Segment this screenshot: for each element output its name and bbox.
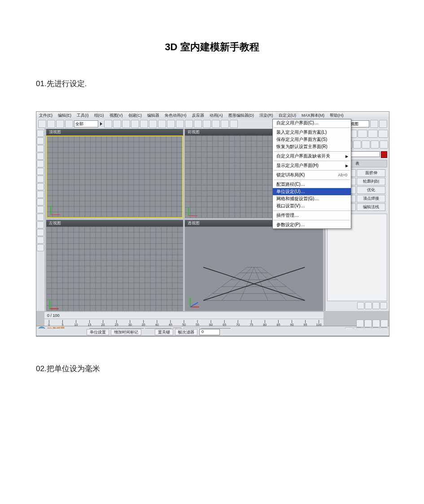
unlink-icon[interactable] <box>65 120 73 128</box>
viewport-perspective[interactable]: 透视图 <box>185 220 323 311</box>
menu-item[interactable]: 工具(I) <box>74 113 92 118</box>
redo-icon[interactable] <box>47 120 55 128</box>
menu-item[interactable]: 恢复为默认设置主界面(R) <box>273 143 351 150</box>
menu-item[interactable]: 自定义用户界面及缺省开关▶ <box>273 153 351 160</box>
tab-icon[interactable] <box>37 175 44 183</box>
helpers-icon[interactable] <box>362 140 370 149</box>
menu-item[interactable]: 网格和捕捉设置(G)… <box>273 195 351 202</box>
menu-item[interactable]: 参数设定(P)… <box>273 221 351 228</box>
spacewarps-icon[interactable] <box>371 140 379 149</box>
tab-icon[interactable] <box>37 153 44 160</box>
zoom-extents-all-icon[interactable] <box>380 320 388 327</box>
menu-item[interactable]: 视图(V) <box>107 113 126 118</box>
lock-icon[interactable] <box>380 302 387 309</box>
tab-icon[interactable] <box>37 214 44 221</box>
menu-item[interactable]: 文件(E) <box>36 113 55 118</box>
panel-footer-icons[interactable] <box>325 301 389 311</box>
selection-filter-dropdown[interactable]: 全部 <box>74 120 98 127</box>
current-frame-field[interactable]: 0 <box>199 329 220 335</box>
cursor-icon[interactable] <box>100 122 102 126</box>
tab-icon[interactable] <box>37 137 44 145</box>
set-key-button[interactable]: 置关键 <box>155 329 173 335</box>
motion-tab-icon[interactable] <box>358 130 367 138</box>
tab-icon[interactable] <box>37 198 44 206</box>
schematic-icon[interactable] <box>221 120 229 128</box>
mirror-icon[interactable] <box>185 120 193 128</box>
cameras-icon[interactable] <box>353 140 362 149</box>
menu-item[interactable]: 单位设定(U)… <box>273 188 351 195</box>
menu-item[interactable]: 视口设置(V)… <box>273 202 351 210</box>
help-icon[interactable] <box>372 302 380 309</box>
timeline-ruler[interactable]: 0510152025303540455055606570758085909510… <box>44 319 323 326</box>
menu-item[interactable]: 角色动画(H) <box>162 113 189 118</box>
display-tab-icon[interactable] <box>368 130 378 138</box>
menu-item[interactable]: 组(G) <box>92 113 107 118</box>
tab-icon[interactable] <box>37 145 44 152</box>
menu-item[interactable]: 装入定义用户界面方案(L) <box>273 129 351 136</box>
select-icon[interactable] <box>104 120 112 128</box>
select-name-icon[interactable] <box>113 120 121 128</box>
menu-item[interactable]: 自定义(U) <box>276 113 299 118</box>
tab-icon[interactable] <box>37 206 44 213</box>
align-icon[interactable] <box>194 120 202 128</box>
link-icon[interactable] <box>56 120 64 128</box>
menu-item[interactable]: 配置路径(C)… <box>273 181 351 188</box>
menu-bar[interactable]: 文件(E)编辑(E)工具(I)组(G)视图(V)创建(C)编辑器角色动画(H)反… <box>36 112 389 119</box>
rotate-icon[interactable] <box>140 120 148 128</box>
tab-icon[interactable] <box>37 221 44 228</box>
menu-item[interactable]: 编辑器 <box>144 113 162 118</box>
scale-icon[interactable] <box>149 120 157 128</box>
modifier-button[interactable]: 顶点焊接 <box>357 195 385 202</box>
menu-item[interactable]: 帮助(H) <box>327 113 346 118</box>
menu-item[interactable]: 自定义用户界面(C)… <box>273 119 351 127</box>
viewport-top[interactable]: 顶视图 <box>46 129 183 218</box>
curve-editor-icon[interactable] <box>212 120 220 128</box>
tab-icon[interactable] <box>37 191 44 198</box>
menu-item[interactable]: 图形编辑器(D) <box>226 113 257 118</box>
move-icon[interactable] <box>131 120 139 128</box>
menu-item[interactable]: 插件管理… <box>273 212 351 219</box>
modifier-button[interactable]: 轮廓列削 <box>357 178 385 185</box>
menu-item[interactable]: MAX脚本(M) <box>299 113 327 118</box>
menu-item[interactable]: 渲染(R) <box>257 113 276 118</box>
layer-icon[interactable] <box>203 120 211 128</box>
modifier-button[interactable]: 编辑法线 <box>357 203 385 211</box>
menu-item[interactable]: 动画(A) <box>207 113 226 118</box>
utilities-tab-icon[interactable] <box>378 130 388 138</box>
zoom-extents-icon[interactable] <box>372 320 380 327</box>
tab-icon[interactable] <box>37 183 44 190</box>
key-filters-button[interactable]: 帧次滤器 <box>175 329 197 335</box>
snap-icon[interactable] <box>158 120 166 128</box>
viewport-left[interactable]: 左视图 <box>46 220 183 311</box>
menu-item[interactable]: 编辑(E) <box>55 113 74 118</box>
material-icon[interactable] <box>230 120 238 128</box>
tab-icon[interactable] <box>37 160 44 167</box>
time-slider[interactable]: 0 / 100 <box>44 311 323 319</box>
tab-icon[interactable] <box>37 229 44 236</box>
tab-icon[interactable] <box>37 237 44 244</box>
angle-snap-icon[interactable] <box>167 120 175 128</box>
menu-item[interactable]: 锁定UI布局(K)Alt+0 <box>273 171 351 179</box>
color-swatch[interactable] <box>381 151 387 158</box>
menu-item[interactable]: 显示定义用户界面(H)▶ <box>273 162 351 169</box>
undo-icon[interactable] <box>38 120 46 128</box>
modifier-button[interactable]: 面挤伸 <box>357 169 385 177</box>
tab-icon[interactable] <box>37 168 44 175</box>
menu-item[interactable]: 反应器 <box>189 113 207 118</box>
tab-icon[interactable] <box>37 130 44 137</box>
menu-item[interactable]: 创建(C) <box>126 113 145 118</box>
left-toolbar[interactable] <box>36 129 44 311</box>
add-time-tag-button[interactable]: 增加时间标记 <box>111 329 141 335</box>
modifier-button[interactable]: 优化 <box>357 186 385 194</box>
menu-item[interactable]: 保存定义用户界面方案(S) <box>273 136 351 143</box>
systems-icon[interactable] <box>380 140 388 149</box>
pin-icon[interactable] <box>357 302 364 309</box>
render-scene-icon[interactable] <box>370 120 378 128</box>
customize-dropdown-menu[interactable]: 自定义用户界面(C)…装入定义用户界面方案(L)保存定义用户界面方案(S)恢复为… <box>272 119 351 229</box>
zoom-icon[interactable] <box>356 320 364 327</box>
config-icon[interactable] <box>365 302 372 309</box>
percent-snap-icon[interactable] <box>176 120 184 128</box>
tab-icon[interactable] <box>37 244 44 251</box>
select-region-icon[interactable] <box>122 120 130 128</box>
zoom-all-icon[interactable] <box>364 320 372 327</box>
